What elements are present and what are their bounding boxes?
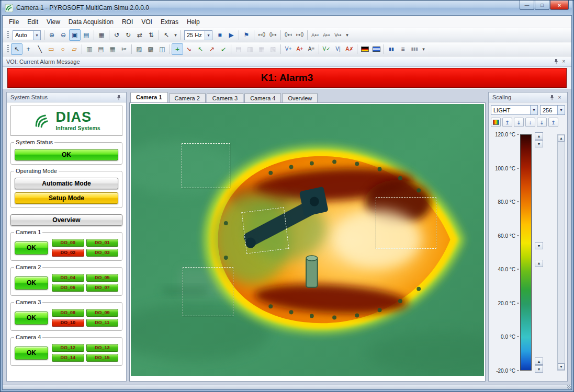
roi-shrink-icon[interactable]: ↘ (183, 43, 195, 55)
scale-expand-icon[interactable]: ↕ (525, 118, 535, 127)
roi-move-icon[interactable]: + (172, 43, 183, 55)
roi-duplicate-icon[interactable]: ▦ (107, 43, 118, 55)
scroll-up-icon[interactable]: ▲ (558, 135, 565, 142)
do-05-button[interactable]: DO_05 (86, 274, 119, 282)
stop-acquisition-icon[interactable]: ■ (214, 29, 226, 41)
camera-3-status-button[interactable]: OK (15, 312, 48, 325)
tab-camera-2[interactable]: Camera 2 (169, 93, 206, 102)
scale-min-down-button[interactable]: ▼ (535, 365, 543, 373)
digital-output-set-icon[interactable]: ↦0 (294, 29, 306, 41)
colorbar[interactable] (520, 134, 532, 371)
pointer-mode-icon[interactable]: ↖ (161, 29, 172, 41)
roi-cut-icon[interactable]: ✂ (118, 43, 130, 55)
export-data-icon[interactable]: ▩ (145, 43, 156, 55)
do-08-button[interactable]: DO_08 (52, 309, 84, 317)
roi-select-icon[interactable]: ↖ (11, 43, 22, 55)
do-12-button[interactable]: DO_12 (52, 344, 84, 352)
camera-2-status-button[interactable]: OK (15, 276, 48, 290)
do-15-button[interactable]: DO_15 (86, 354, 119, 362)
roi-grow-icon[interactable]: ↖ (195, 43, 206, 55)
roi-point-icon[interactable]: + (22, 43, 34, 55)
do-04-button[interactable]: DO_04 (52, 274, 84, 282)
original-size-icon[interactable]: ▤ (81, 29, 92, 41)
flip-horizontal-icon[interactable]: ⇄ (134, 29, 145, 41)
zoom-in-icon[interactable]: ⊕ (46, 29, 58, 41)
close-button[interactable]: × (550, 1, 569, 10)
snapshot-icon[interactable]: ◫ (156, 43, 168, 55)
do-01-button[interactable]: DO_01 (86, 239, 119, 247)
scale-max-up-button[interactable]: ▲ (535, 132, 543, 140)
levels-combo[interactable]: 256 ▾ (540, 105, 565, 115)
voi-validate-icon[interactable]: V✓ (321, 43, 332, 55)
roi-line-icon[interactable]: ╲ (34, 43, 46, 55)
menu-roi[interactable]: ROI (118, 17, 137, 27)
aoi-delete-icon[interactable]: A✗ (344, 43, 355, 55)
roi-align-bottom-icon[interactable]: ▧ (267, 43, 279, 55)
voi-close-icon[interactable]: × (560, 57, 568, 65)
roi-region-1[interactable] (182, 143, 230, 188)
language-european-icon[interactable] (370, 43, 382, 55)
minimize-button[interactable]: — (520, 1, 534, 10)
menu-data-acquisition[interactable]: Data Acquisition (64, 17, 118, 27)
scale-reset-icon[interactable]: ↥ (548, 118, 558, 127)
roi-align-left-icon[interactable]: ▤ (233, 43, 244, 55)
menu-file[interactable]: File (5, 17, 23, 27)
flip-vertical-icon[interactable]: ⇅ (145, 29, 157, 41)
do-09-button[interactable]: DO_09 (86, 309, 119, 317)
layout-rows-icon[interactable]: ≡ (397, 43, 409, 55)
menu-voi[interactable]: VOI (137, 17, 156, 27)
scale-scrollbar[interactable]: ▲ ▼ (557, 134, 565, 371)
do-06-button[interactable]: DO_06 (52, 284, 84, 292)
analog-output-icon[interactable]: A↦ (321, 29, 332, 41)
scale-max-down-button[interactable]: ▼ (535, 140, 543, 147)
system-status-ok-button[interactable]: OK (15, 149, 118, 160)
digital-input-view-icon[interactable]: ↤0 (256, 29, 267, 41)
rotate-right-icon[interactable]: ↻ (122, 29, 134, 41)
voi-pin-icon[interactable] (552, 57, 560, 65)
digital-output-view-icon[interactable]: 0↦ (267, 29, 279, 41)
framerate-combo[interactable]: 25 Hz▾ (184, 30, 212, 40)
roi-region-3[interactable] (376, 197, 436, 248)
camera-1-status-button[interactable]: OK (15, 241, 48, 255)
do-03-button[interactable]: DO_03 (86, 249, 119, 257)
scale-min-up-button[interactable]: ▲ (535, 358, 543, 365)
zoom-out-icon[interactable]: ⊖ (58, 29, 69, 41)
layout-grid-icon[interactable]: ▮▮▮ (409, 43, 420, 55)
setup-mode-button[interactable]: Setup Mode (15, 192, 118, 204)
roi-polygon-icon[interactable]: ▱ (69, 43, 80, 55)
tab-camera-3[interactable]: Camera 3 (207, 93, 243, 102)
thermal-image[interactable] (131, 104, 484, 376)
roi-region-2[interactable] (241, 207, 289, 254)
menu-help[interactable]: Help (183, 17, 204, 27)
camera-4-status-button[interactable]: OK (15, 347, 48, 360)
start-acquisition-icon[interactable]: ▶ (226, 29, 237, 41)
scaling-close-icon[interactable]: × (556, 94, 564, 101)
do-14-button[interactable]: DO_14 (52, 354, 84, 362)
tab-camera-4[interactable]: Camera 4 (244, 93, 281, 102)
scaling-pin-icon[interactable] (548, 94, 556, 101)
roi-align-top-icon[interactable]: ▦ (256, 43, 267, 55)
do-00-button[interactable]: DO_00 (52, 239, 84, 247)
analog-input-icon[interactable]: A↤ (309, 29, 321, 41)
resize-grip[interactable] (567, 385, 571, 389)
scroll-down-icon[interactable]: ▼ (558, 363, 565, 370)
palette-icon[interactable] (491, 118, 501, 127)
toolbar-grip[interactable] (7, 31, 9, 39)
menu-edit[interactable]: Edit (23, 17, 42, 27)
voi-add-icon[interactable]: V+ (283, 43, 294, 55)
value-display-icon[interactable]: V↦ (332, 29, 344, 41)
do-07-button[interactable]: DO_07 (86, 284, 119, 292)
aoi-config-icon[interactable]: A≡ (306, 43, 317, 55)
grid-icon[interactable]: ▦ (96, 29, 107, 41)
roi-rectangle-icon[interactable]: ▭ (46, 43, 57, 55)
scale-auto-icon[interactable]: ↧ (537, 118, 547, 127)
do-13-button[interactable]: DO_13 (86, 344, 119, 352)
palette-combo[interactable]: LIGHT ▾ (491, 105, 538, 115)
roi-region-4[interactable] (183, 267, 233, 316)
roi-raise-icon[interactable]: ↗ (206, 43, 218, 55)
menu-extras[interactable]: Extras (156, 17, 183, 27)
event-flag-icon[interactable]: ⚑ (241, 29, 252, 41)
do-10-button[interactable]: DO_10 (52, 319, 84, 327)
toolbar-grip[interactable] (7, 45, 9, 53)
scale-marker-up-button[interactable]: ▲ (535, 260, 543, 267)
